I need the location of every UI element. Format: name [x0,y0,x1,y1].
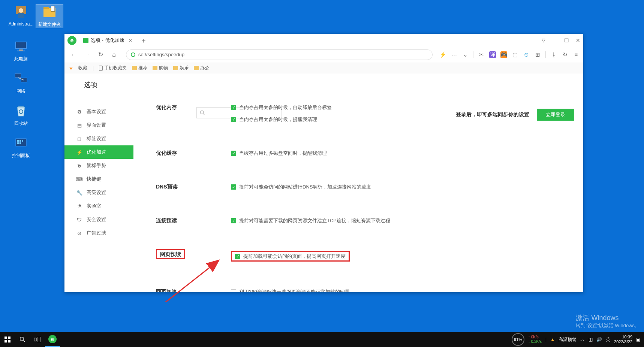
message-icon[interactable]: ▢ [512,51,518,58]
sidebar-item-layout[interactable]: ▤界面设置 [64,118,133,132]
checkbox-option[interactable]: ✓提前对可能会访问的网站进行DNS解析，加速连接网站的速度 [231,184,371,190]
sidebar-item-tab[interactable]: ◻标签设置 [64,132,133,145]
notifications-icon[interactable]: ▣ [636,337,640,342]
bookmarks-label: 收藏 [78,65,87,71]
home-button[interactable]: ⌂ [109,49,119,60]
desktop-icon-network[interactable]: 网络 [7,71,34,94]
tab-active[interactable]: 选项 - 优化加速 × [79,35,136,46]
svg-line-28 [24,341,25,342]
task-view-icon[interactable] [30,332,45,347]
setting-label: 优化缓存 [156,150,231,157]
bookmark-item[interactable]: 手机收藏夹 [99,65,127,71]
sidebar-item-block[interactable]: ⊘广告过滤 [64,226,133,240]
bookmark-item[interactable]: 娱乐 [173,65,189,71]
sidebar-item-wrench[interactable]: 🔧高级设置 [64,186,133,199]
shield-icon[interactable]: ⊖ [523,51,530,58]
game-icon[interactable]: 🎮 [500,51,507,58]
sidebar-item-flask[interactable]: ⚗实验室 [64,199,133,213]
svg-point-27 [20,337,24,341]
sidebar-item-label: 界面设置 [87,122,106,129]
translate-icon[interactable]: 译 [489,51,496,58]
desktop-icon-control-panel[interactable]: 控制面板 [7,136,34,159]
start-button[interactable] [0,332,15,347]
setting-label: 网页预读 [156,251,231,258]
tab-icon: ◻ [76,136,82,142]
history-icon[interactable]: ↻ [562,51,568,58]
svg-rect-30 [37,337,41,342]
weather-text[interactable]: 高温预警 [559,337,577,343]
taskbar: e 91% ↑ 0K/s ↓ 0.3K/s | ▲ 高温预警 ︿ ◫ 🔊 英 1… [0,332,644,347]
checkbox-icon: ✓ [231,151,236,156]
page-title: 选项 [64,74,133,97]
checkbox-option[interactable]: ✓当缓存占用过多磁盘空间时，提醒我清理 [231,150,327,157]
forward-button[interactable]: → [82,49,92,60]
close-icon[interactable]: × [129,37,132,43]
back-button[interactable]: ← [68,49,79,60]
setting-label: 连接预读 [156,217,231,224]
filter-icon[interactable]: ▽ [542,37,545,43]
checkbox-option[interactable]: ✓当内存占用太多的时候，提醒我清理 [231,116,332,123]
taskbar-app-360[interactable]: e [45,332,60,347]
reload-button[interactable]: ↻ [95,49,106,60]
more-icon[interactable]: ⋯ [451,51,457,58]
setting-row: 网页加速利用360资源解决一些网页资源不能正常加载的问题加速完成后，不再提醒加速… [156,289,583,292]
checkbox-icon [231,289,236,292]
bookmark-item[interactable]: 购物 [153,65,168,71]
sidebar-item-gear[interactable]: ⚙基本设置 [64,105,133,118]
scissors-icon[interactable]: ✂ [478,51,485,58]
block-icon: ⊘ [76,230,82,236]
desktop-icon-label: 网络 [7,88,34,94]
checkbox-icon: ✓ [235,254,240,259]
address-bar[interactable]: se://settings/speedup [126,49,433,60]
checkbox-option[interactable]: 利用360资源解决一些网页资源不能正常加载的问题 [231,289,350,292]
maximize-button[interactable]: ☐ [564,37,569,43]
tray-chevron-up-icon[interactable]: ︿ [580,337,585,343]
svg-rect-26 [8,340,10,343]
sidebar-item-shield[interactable]: 🛡安全设置 [64,213,133,226]
new-tab-button[interactable]: ＋ [140,36,147,45]
checkbox-option[interactable]: ✓提前加载可能会访问的页面，提高网页打开速度 [231,251,350,262]
sidebar-item-mouse[interactable]: 🖱鼠标手势 [64,159,133,172]
checkbox-option[interactable]: ✓当内存占用太多的时候，自动释放后台标签 [231,104,332,111]
clock[interactable]: 10:39 2022/8/22 [614,335,632,344]
grid-icon[interactable]: ⊞ [534,51,541,58]
menu-icon[interactable]: ≡ [573,51,580,58]
checkbox-option[interactable]: ✓提前对可能需要下载的网页资源文件建立TCP连接，缩短资源下载过程 [231,217,390,224]
setting-row: 优化缓存✓当缓存占用过多磁盘空间时，提醒我清理 [156,150,583,157]
sidebar-item-label: 高级设置 [87,189,106,196]
option-text: 当缓存占用过多磁盘空间时，提醒我清理 [239,150,327,157]
desktop-icon-new-folder[interactable]: 新建文件夹 [36,4,63,28]
battery-indicator[interactable]: 91% [512,333,524,346]
sidebar-item-bolt[interactable]: ⚡优化加速 [64,145,133,159]
layout-icon: ▤ [76,123,82,128]
sidebar-item-label: 广告过滤 [87,230,106,236]
desktop-icon-label: 控制面板 [7,153,34,159]
bolt-icon[interactable]: ⚡ [439,51,446,58]
svg-point-1 [19,8,23,13]
network-stats[interactable]: ↑ 0K/s ↓ 0.3K/s [528,335,542,344]
desktop-icon-pc[interactable]: 此电脑 [7,39,34,62]
bookmark-item[interactable]: 办公 [194,65,209,71]
keyboard-icon: ⌨ [76,176,82,182]
warning-icon[interactable]: ▲ [550,337,555,342]
bookmark-item[interactable]: 推荐 [132,65,147,71]
desktop-icon-label: Administra... [7,21,34,27]
sidebar-item-keyboard[interactable]: ⌨快捷键 [64,172,133,186]
sidebar-item-label: 安全设置 [87,216,106,223]
download-icon[interactable]: ⭳ [550,51,557,58]
svg-rect-12 [18,106,24,107]
chevron-down-icon[interactable]: ⌄ [462,51,469,58]
minimize-button[interactable]: — [552,37,557,43]
folder-icon [153,66,157,70]
svg-rect-4 [43,7,49,9]
divider [473,51,473,58]
watermark-line1: 激活 Windows [576,313,640,322]
close-window-button[interactable]: ✕ [576,37,580,43]
network-icon[interactable]: ◫ [589,337,593,342]
checkbox-icon: ✓ [231,218,236,223]
desktop-icon-recycle-bin[interactable]: 回收站 [7,103,34,127]
volume-icon[interactable]: 🔊 [596,337,602,342]
desktop-icon-administrator[interactable]: Administra... [7,4,34,27]
search-icon[interactable] [15,332,30,347]
ime-indicator[interactable]: 英 [606,337,610,343]
